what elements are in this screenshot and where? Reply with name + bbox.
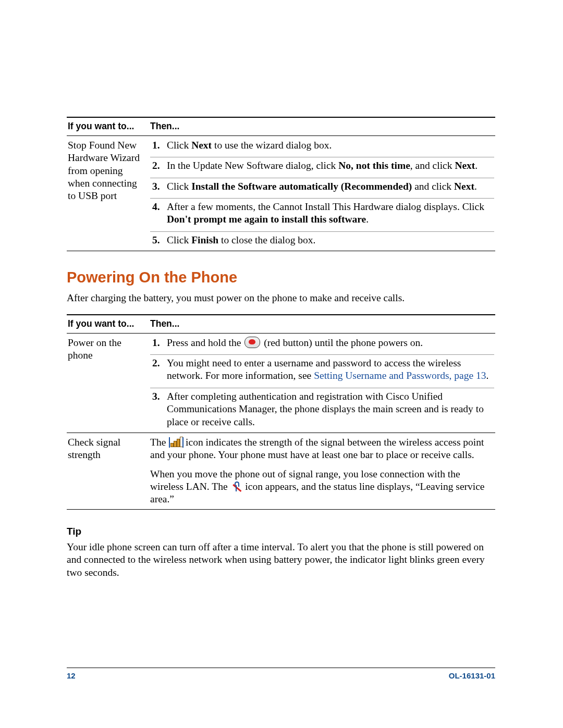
- text: .: [486, 370, 489, 381]
- tip-heading: Tip: [67, 525, 495, 538]
- section-heading: Powering On the Phone: [67, 268, 495, 287]
- text: Click: [167, 235, 191, 245]
- step-number: 1.: [152, 337, 160, 349]
- col-header-if: If you want to...: [67, 117, 149, 135]
- text: icon indicates the strength of the signa…: [150, 437, 484, 460]
- text: , and click: [410, 160, 455, 171]
- step-2: 2. In the Update New Software dialog, cl…: [150, 157, 494, 178]
- cell-then: The icon indicates the strength of the s…: [149, 433, 495, 509]
- text: to close the dialog box.: [218, 235, 315, 245]
- text: The: [150, 437, 168, 448]
- intro-paragraph: After charging the battery, you must pow…: [67, 292, 495, 304]
- page-number: 12: [67, 671, 76, 681]
- paragraph: The icon indicates the strength of the s…: [150, 436, 494, 462]
- text: After a few moments, the Cannot Install …: [167, 201, 484, 212]
- cell-then: 1. Press and hold the (red button) until…: [149, 333, 495, 433]
- bold-text: Install the Software automatically (Reco…: [191, 181, 412, 192]
- bold-text: Don't prompt me again to install this so…: [167, 214, 366, 225]
- step-number: 2.: [152, 159, 160, 172]
- bold-text: No, not this time: [338, 160, 410, 171]
- cell-if: Check signal strength: [67, 433, 149, 509]
- col-header-then: Then...: [149, 315, 495, 333]
- text: to use the wizard dialog box.: [212, 140, 332, 151]
- step-number: 1.: [152, 139, 160, 152]
- text: Click: [167, 181, 191, 192]
- step-number: 2.: [152, 357, 160, 369]
- col-header-if: If you want to...: [67, 315, 149, 333]
- step-1: 1. Press and hold the (red button) until…: [150, 337, 494, 355]
- table-row: Stop Found New Hardware Wizard from open…: [67, 135, 495, 251]
- step-4: 4. After a few moments, the Cannot Insta…: [150, 199, 494, 232]
- cell-if: Power on the phone: [67, 333, 149, 433]
- text: Press and hold the: [167, 337, 243, 348]
- page: If you want to... Then... Stop Found New…: [0, 0, 563, 728]
- text: (red button) until the phone powers on.: [261, 337, 423, 348]
- doc-id: OL-16131-01: [449, 671, 495, 681]
- step-number: 4.: [152, 201, 160, 213]
- paragraph: When you move the phone out of signal ra…: [150, 468, 494, 506]
- text: .: [474, 181, 477, 192]
- step-number: 3.: [152, 180, 160, 193]
- text: .: [366, 214, 369, 225]
- power-button-icon: [244, 337, 260, 348]
- step-number: 3.: [152, 390, 160, 403]
- bold-text: Next: [455, 160, 475, 171]
- step-3: 3. Click Install the Software automatica…: [150, 178, 494, 199]
- col-header-then: Then...: [149, 117, 495, 135]
- step-2: 2. You might need to enter a username an…: [150, 355, 494, 388]
- table-row: Power on the phone 1. Press and hold the…: [67, 333, 495, 433]
- step-1: 1. Click Next to use the wizard dialog b…: [150, 139, 494, 157]
- text: .: [475, 160, 478, 171]
- text: Click: [167, 140, 191, 151]
- table-usb-wizard: If you want to... Then... Stop Found New…: [67, 117, 495, 251]
- step-5: 5. Click Finish to close the dialog box.: [150, 232, 494, 248]
- page-footer: 12 OL-16131-01: [67, 668, 495, 681]
- table-power-on: If you want to... Then... Power on the p…: [67, 314, 495, 510]
- step-3: 3. After completing authentication and r…: [150, 388, 494, 429]
- cell-if: Stop Found New Hardware Wizard from open…: [67, 135, 149, 251]
- cell-then: 1. Click Next to use the wizard dialog b…: [149, 135, 495, 251]
- text: and click: [412, 181, 454, 192]
- link-setting-passwords[interactable]: Setting Username and Passwords, page 13: [314, 370, 486, 381]
- bold-text: Next: [191, 140, 212, 151]
- text: After completing authentication and regi…: [167, 391, 484, 427]
- signal-strength-icon: [169, 437, 182, 448]
- tip-body: Your idle phone screen can turn off afte…: [67, 541, 495, 580]
- table-row: Check signal strength The icon indicates…: [67, 433, 495, 509]
- text: In the Update New Software dialog, click: [167, 160, 338, 171]
- bold-text: Next: [454, 181, 474, 192]
- no-signal-icon: [231, 482, 241, 492]
- bold-text: Finish: [191, 235, 218, 245]
- step-number: 5.: [152, 234, 160, 246]
